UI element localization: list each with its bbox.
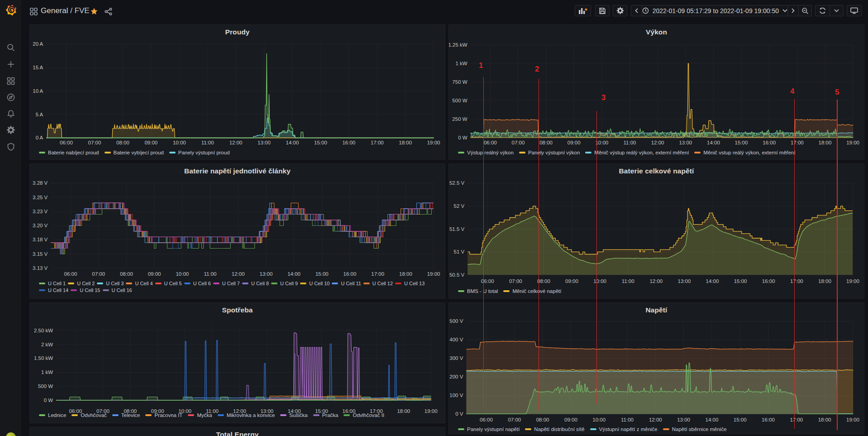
- svg-text:12:00: 12:00: [649, 417, 662, 422]
- svg-text:11:00: 11:00: [621, 417, 634, 422]
- svg-text:07:00: 07:00: [92, 271, 105, 277]
- svg-text:50.5 V: 50.5 V: [449, 272, 465, 278]
- svg-text:3.20 V: 3.20 V: [33, 223, 48, 228]
- svg-text:10:00: 10:00: [173, 140, 186, 145]
- svg-text:19:00: 19:00: [846, 278, 859, 284]
- svg-text:08:00: 08:00: [537, 278, 550, 284]
- svg-text:500 W: 500 W: [38, 383, 53, 389]
- svg-text:2 kW: 2 kW: [41, 342, 53, 347]
- svg-text:09:00: 09:00: [564, 417, 577, 422]
- svg-text:51 V: 51 V: [454, 249, 465, 254]
- svg-text:10 A: 10 A: [33, 88, 43, 94]
- svg-text:13:00: 13:00: [258, 140, 271, 145]
- svg-text:19:00: 19:00: [424, 408, 438, 414]
- svg-text:200 V: 200 V: [449, 374, 463, 379]
- svg-text:07:00: 07:00: [88, 140, 101, 145]
- svg-text:400 V: 400 V: [449, 337, 463, 342]
- svg-text:52.5 V: 52.5 V: [449, 180, 465, 186]
- svg-text:750 W: 750 W: [452, 79, 467, 85]
- svg-text:3.25 V: 3.25 V: [33, 195, 48, 200]
- svg-text:12:00: 12:00: [229, 140, 243, 145]
- svg-text:16:00: 16:00: [343, 271, 357, 277]
- svg-text:15:00: 15:00: [734, 278, 747, 284]
- svg-text:06:00: 06:00: [484, 140, 497, 145]
- svg-text:07:00: 07:00: [509, 278, 522, 284]
- svg-text:12:00: 12:00: [651, 140, 664, 145]
- svg-text:51.5 V: 51.5 V: [449, 226, 465, 232]
- svg-text:16:00: 16:00: [762, 278, 775, 284]
- svg-text:07:00: 07:00: [512, 140, 525, 145]
- svg-text:0 A: 0 A: [36, 135, 43, 140]
- svg-text:08:00: 08:00: [116, 140, 129, 145]
- svg-text:08:00: 08:00: [536, 417, 549, 422]
- svg-text:3.15 V: 3.15 V: [33, 251, 48, 257]
- svg-text:09:00: 09:00: [568, 140, 581, 145]
- svg-text:08:00: 08:00: [539, 140, 553, 145]
- svg-text:19:00: 19:00: [427, 140, 440, 145]
- svg-text:18:00: 18:00: [818, 417, 831, 422]
- svg-text:10:00: 10:00: [595, 140, 608, 145]
- svg-text:12:00: 12:00: [649, 278, 663, 284]
- svg-text:3.13 V: 3.13 V: [33, 265, 48, 271]
- svg-text:16:00: 16:00: [763, 140, 776, 145]
- svg-text:1.50 kW: 1.50 kW: [34, 355, 53, 361]
- svg-text:19:00: 19:00: [846, 417, 859, 422]
- svg-text:14:00: 14:00: [286, 140, 299, 145]
- svg-text:16:00: 16:00: [762, 417, 775, 422]
- svg-text:15 A: 15 A: [33, 65, 43, 70]
- svg-text:08:00: 08:00: [120, 271, 133, 277]
- svg-text:250 W: 250 W: [452, 116, 467, 122]
- svg-text:13:00: 13:00: [260, 271, 273, 277]
- svg-text:19:00: 19:00: [427, 271, 440, 277]
- svg-text:0 W: 0 W: [458, 135, 467, 140]
- svg-text:18:00: 18:00: [819, 140, 832, 145]
- svg-text:11:00: 11:00: [204, 271, 217, 277]
- svg-text:09:00: 09:00: [565, 278, 578, 284]
- svg-text:18:00: 18:00: [399, 140, 412, 145]
- svg-text:3.28 V: 3.28 V: [33, 180, 48, 186]
- svg-text:10:00: 10:00: [592, 417, 606, 422]
- svg-text:500 V: 500 V: [449, 318, 463, 324]
- svg-text:06:00: 06:00: [480, 417, 493, 422]
- svg-text:09:00: 09:00: [144, 140, 157, 145]
- svg-text:1.25 kW: 1.25 kW: [449, 42, 467, 48]
- svg-text:17:00: 17:00: [791, 140, 804, 145]
- svg-text:0 V: 0 V: [455, 411, 463, 417]
- svg-text:18:00: 18:00: [818, 278, 831, 284]
- svg-text:10:00: 10:00: [593, 278, 606, 284]
- svg-text:100 V: 100 V: [449, 393, 463, 398]
- svg-text:14:00: 14:00: [706, 278, 719, 284]
- svg-text:12:00: 12:00: [232, 271, 245, 277]
- svg-text:1 kW: 1 kW: [455, 61, 467, 66]
- svg-text:20 A: 20 A: [33, 41, 43, 47]
- svg-text:1 kW: 1 kW: [41, 369, 53, 375]
- svg-text:15:00: 15:00: [315, 271, 329, 277]
- svg-text:5 A: 5 A: [36, 112, 43, 117]
- svg-text:3.23 V: 3.23 V: [33, 209, 48, 214]
- svg-text:14:00: 14:00: [287, 271, 300, 277]
- svg-text:14:00: 14:00: [707, 140, 720, 145]
- svg-text:16:00: 16:00: [342, 140, 355, 145]
- svg-text:18:00: 18:00: [399, 271, 412, 277]
- svg-text:06:00: 06:00: [60, 140, 73, 145]
- svg-text:11:00: 11:00: [622, 278, 634, 284]
- svg-text:500 W: 500 W: [452, 98, 467, 103]
- svg-text:13:00: 13:00: [677, 417, 690, 422]
- svg-text:17:00: 17:00: [790, 417, 803, 422]
- svg-text:13:00: 13:00: [678, 278, 691, 284]
- svg-text:11:00: 11:00: [624, 140, 636, 145]
- svg-text:19:00: 19:00: [846, 140, 859, 145]
- svg-text:3.18 V: 3.18 V: [33, 237, 48, 242]
- svg-text:0 W: 0 W: [44, 398, 53, 403]
- svg-text:07:00: 07:00: [508, 417, 521, 422]
- svg-text:52 V: 52 V: [454, 203, 465, 209]
- svg-text:300 V: 300 V: [449, 355, 463, 361]
- svg-text:13:00: 13:00: [679, 140, 692, 145]
- svg-text:09:00: 09:00: [148, 271, 161, 277]
- svg-text:14:00: 14:00: [706, 417, 719, 422]
- svg-text:11:00: 11:00: [201, 140, 214, 145]
- svg-text:15:00: 15:00: [314, 140, 327, 145]
- svg-text:15:00: 15:00: [734, 417, 747, 422]
- svg-text:15:00: 15:00: [735, 140, 748, 145]
- svg-text:10:00: 10:00: [176, 271, 189, 277]
